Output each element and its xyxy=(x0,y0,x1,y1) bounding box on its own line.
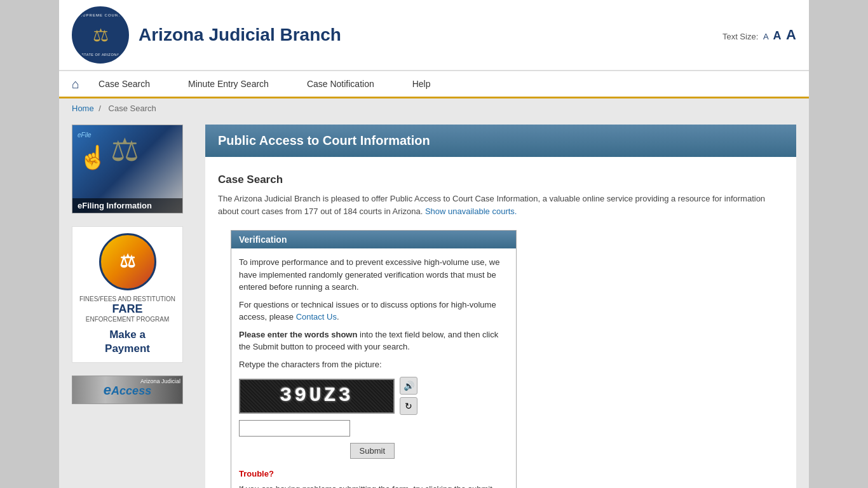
nav-help-link[interactable]: Help xyxy=(412,79,431,89)
captcha-image: 39UZ3 xyxy=(239,379,395,414)
captcha-row: 39UZ3 🔊 ↻ xyxy=(239,377,508,415)
finger-icon: ☝ xyxy=(79,144,107,171)
trouble-section: Trouble? If you are having problems subm… xyxy=(239,468,508,488)
nav-item-help[interactable]: Help xyxy=(412,79,431,89)
nav-case-search-link[interactable]: Case Search xyxy=(98,79,150,89)
retype-label: Retype the characters from the picture: xyxy=(239,358,508,371)
fare-logo: ⚖ xyxy=(99,233,156,290)
captcha-input-row xyxy=(239,420,508,437)
fare-subtitle-top: FINES/FEES AND RESTITUTION xyxy=(79,295,175,302)
intro-text: The Arizona Judicial Branch is pleased t… xyxy=(218,193,783,217)
eaccess-site-label: Arizona Judicial xyxy=(140,378,180,384)
verification-instruction: Please enter the words shown into the te… xyxy=(239,329,508,353)
main-panel-body: Case Search The Arizona Judicial Branch … xyxy=(205,167,796,488)
captcha-input[interactable] xyxy=(239,420,350,437)
nav-item-minute-entry-search[interactable]: Minute Entry Search xyxy=(188,79,269,89)
captcha-text: 39UZ3 xyxy=(280,381,354,411)
breadcrumb-separator: / xyxy=(98,104,101,113)
site-title: Arizona Judicial Branch xyxy=(139,25,341,45)
navigation: ⌂ Case Search Minute Entry Search Case N… xyxy=(59,71,809,98)
page-header: SUPREME COURT ⚖ STATE OF ARIZONA Arizona… xyxy=(59,0,809,71)
eaccess-banner[interactable]: Arizona Judicial eAccess xyxy=(72,376,183,404)
text-size-medium[interactable]: A xyxy=(773,29,781,42)
nav-item-case-search[interactable]: Case Search xyxy=(98,79,150,89)
breadcrumb-home[interactable]: Home xyxy=(72,104,94,113)
text-size-controls: Text Size: A A A xyxy=(722,27,796,43)
home-icon[interactable]: ⌂ xyxy=(72,77,79,92)
logo-text-bottom: STATE OF ARIZONA xyxy=(75,53,126,57)
content-area: eFile ☝ ⚖ eFiling Information ⚖ FINES/FE… xyxy=(59,118,809,488)
show-unavailable-link[interactable]: Show unavailable courts. xyxy=(425,207,517,216)
logo-text-top: SUPREME COURT xyxy=(75,13,126,17)
logo: SUPREME COURT ⚖ STATE OF ARIZONA xyxy=(72,6,129,64)
main-panel: Public Access to Court Information Case … xyxy=(205,125,796,488)
text-size-large[interactable]: A xyxy=(786,27,796,43)
breadcrumb-current: Case Search xyxy=(109,104,156,113)
sidebar: eFile ☝ ⚖ eFiling Information ⚖ FINES/FE… xyxy=(72,125,193,488)
make-payment-label: Make a Payment xyxy=(105,328,150,356)
efile-text: eFile xyxy=(78,132,92,139)
captcha-icons: 🔊 ↻ xyxy=(400,377,417,415)
verification-body: To improve performance and to prevent ex… xyxy=(231,248,516,488)
scales-icon: ⚖ xyxy=(111,132,139,168)
section-title: Case Search xyxy=(218,173,783,186)
submit-button[interactable]: Submit xyxy=(350,443,395,459)
contact-us-link[interactable]: Contact Us xyxy=(296,312,337,322)
main-panel-title: Public Access to Court Information xyxy=(205,125,796,157)
verification-header: Verification xyxy=(231,231,516,248)
breadcrumb: Home / Case Search xyxy=(59,98,809,118)
trouble-text: If you are having problems submitting th… xyxy=(239,483,508,489)
header-left: SUPREME COURT ⚖ STATE OF ARIZONA Arizona… xyxy=(72,6,341,64)
fare-icon: ⚖ xyxy=(119,251,135,273)
captcha-refresh-button[interactable]: ↻ xyxy=(400,397,417,415)
efiling-banner[interactable]: eFile ☝ ⚖ eFiling Information xyxy=(72,125,183,214)
verification-text-1: To improve performance and to prevent ex… xyxy=(239,256,508,294)
nav-minute-entry-link[interactable]: Minute Entry Search xyxy=(188,79,269,89)
text-size-label: Text Size: xyxy=(722,32,758,41)
fare-program: ENFORCEMENT PROGRAM xyxy=(86,316,170,323)
nav-links: Case Search Minute Entry Search Case Not… xyxy=(98,79,796,89)
efiling-label: eFiling Information xyxy=(72,198,182,213)
nav-case-notification-link[interactable]: Case Notification xyxy=(307,79,374,89)
submit-row: Submit xyxy=(239,443,395,459)
fare-acronym: FARE xyxy=(112,302,142,316)
trouble-title: Trouble? xyxy=(239,468,508,480)
captcha-audio-button[interactable]: 🔊 xyxy=(400,377,417,395)
verification-text-2: For questions or technical issues or to … xyxy=(239,299,508,323)
verification-box: Verification To improve performance and … xyxy=(231,230,517,488)
eagle-icon: ⚖ xyxy=(93,25,109,46)
nav-item-case-notification[interactable]: Case Notification xyxy=(307,79,374,89)
text-size-small[interactable]: A xyxy=(763,32,768,41)
fare-banner[interactable]: ⚖ FINES/FEES AND RESTITUTION FARE ENFORC… xyxy=(72,226,183,363)
